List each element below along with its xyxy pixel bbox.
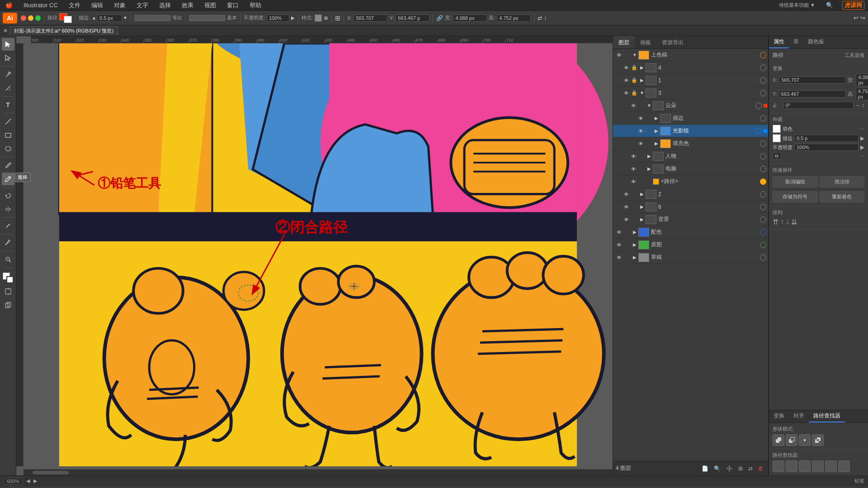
expand-btn[interactable]: ▶ (646, 153, 653, 160)
horizontal-scrollbar[interactable] (24, 469, 613, 475)
search-layers-btn[interactable]: 🔍 (712, 465, 722, 473)
print-tiling-tool[interactable] (2, 299, 14, 311)
document-tab[interactable]: 封面-演示源文件2.ai* 600% (RGB/GPU 预览) (9, 26, 118, 35)
layer-row[interactable]: 👁 <路径> (613, 175, 768, 188)
x-input[interactable] (354, 14, 387, 22)
visibility-toggle[interactable]: 👁 (637, 127, 645, 135)
search-icon[interactable]: 🔍 (824, 2, 835, 9)
expand-btn[interactable]: ▶ (638, 77, 646, 84)
expand-btn[interactable]: ▼ (631, 52, 638, 59)
redo-btn[interactable]: ↪ (860, 14, 865, 21)
style-swatch[interactable] (315, 14, 322, 22)
opacity-input[interactable] (267, 14, 289, 22)
arrange-btn[interactable]: 简洁排 (820, 176, 865, 188)
expand-btn[interactable]: ▶ (631, 241, 638, 249)
zoom-selector[interactable]: 600% (4, 478, 23, 485)
angle-input[interactable] (783, 102, 854, 109)
recolor-btn[interactable]: 重新着色 (820, 191, 865, 202)
lock-toggle[interactable] (645, 140, 653, 148)
stroke-style-selector[interactable] (134, 15, 170, 21)
lock-toggle[interactable] (623, 51, 631, 59)
layer-row[interactable]: 👁 ▶ 配色 (613, 226, 768, 239)
reflect-tool[interactable] (2, 203, 14, 216)
eyedropper-tool[interactable] (2, 236, 14, 249)
grid-icon[interactable]: ⊞ (335, 14, 340, 22)
expand-btn[interactable]: ▶ (638, 203, 646, 211)
more-icon[interactable]: ··· (860, 126, 864, 132)
y-value-input[interactable] (779, 90, 846, 98)
flip-h-btn[interactable]: ↔ (855, 102, 861, 108)
cancel-group-btn[interactable]: 取消编组 (773, 176, 818, 188)
style-icon[interactable]: ⊕ (324, 15, 328, 21)
stroke-swatch-rp[interactable] (773, 134, 781, 142)
pathfinder-tab[interactable]: 路径查找器 (809, 410, 845, 422)
expand-btn[interactable]: ▶ (653, 127, 660, 135)
lock-toggle[interactable] (623, 241, 631, 249)
visibility-toggle[interactable]: 👁 (615, 228, 623, 236)
menu-text[interactable]: 文字 (135, 1, 150, 9)
color-pair[interactable] (59, 13, 72, 23)
lock-toggle[interactable] (630, 203, 638, 211)
send-backward-btn[interactable]: ↓ (786, 218, 789, 226)
lock-toggle[interactable]: 🔒 (630, 64, 638, 72)
crop-btn[interactable] (812, 460, 824, 472)
expand-btn[interactable]: ▶ (653, 140, 660, 147)
visibility-toggle[interactable]: 👁 (629, 152, 637, 160)
artboard-tool[interactable] (2, 285, 14, 298)
layer-row[interactable]: 👁 ▶ 6 (613, 201, 768, 213)
minus-front-btn[interactable] (786, 434, 797, 446)
undo-btn[interactable]: ↩ (854, 14, 859, 21)
move-layer-btn[interactable]: ⇄ (746, 465, 755, 473)
divide-btn[interactable] (773, 460, 784, 472)
maximize-button[interactable] (35, 15, 41, 21)
visibility-toggle[interactable]: 👁 (629, 102, 637, 110)
layer-row[interactable]: 👁 🔒 ▼ 3 (613, 87, 768, 99)
expand-btn[interactable]: ▶ (653, 115, 660, 122)
lock-toggle[interactable] (637, 165, 646, 173)
layer-row[interactable]: 👁 ▶ 草稿 (613, 251, 768, 264)
save-symbol-btn[interactable]: 存储为符号 (773, 191, 818, 202)
bring-front-btn[interactable]: ⇈ (773, 218, 778, 226)
unite-btn[interactable] (773, 434, 784, 446)
pencil-tool[interactable]: 魔棒 (2, 173, 14, 185)
direct-selection-tool[interactable] (2, 52, 14, 64)
rect-tool[interactable] (2, 129, 14, 141)
tab-close-btn[interactable]: ✕ (2, 26, 9, 35)
layer-row[interactable]: 👁 ▼ 上色稿 (613, 49, 768, 61)
transform-tab[interactable]: 变换 (769, 410, 789, 422)
visibility-toggle[interactable]: 👁 (615, 253, 623, 262)
stroke-value-input[interactable] (97, 14, 122, 22)
expand-btn[interactable]: ▼ (646, 102, 653, 109)
expand-btn[interactable]: ▶ (631, 254, 638, 261)
visibility-toggle[interactable]: 👁 (622, 89, 630, 97)
menu-illustrator[interactable]: Illustrator CC (22, 2, 60, 9)
apple-menu[interactable]: 🍎 (4, 2, 14, 9)
align-tab[interactable]: 对齐 (789, 410, 809, 422)
lock-toggle[interactable] (645, 114, 653, 122)
libraries-tab[interactable]: 库 (789, 36, 803, 48)
opacity-more-btn[interactable]: ▶ (860, 144, 864, 150)
lock-toggle[interactable]: 🔒 (630, 76, 638, 84)
expand-btn[interactable]: ▼ (638, 89, 646, 97)
opacity-value-rp[interactable] (794, 144, 859, 151)
expand-btn[interactable]: ▶ (638, 216, 646, 223)
visibility-toggle[interactable]: 👁 (622, 190, 630, 198)
lock-toggle[interactable] (645, 127, 653, 135)
transform-icon1[interactable]: ⇄ (538, 15, 542, 21)
create-sublayer-btn[interactable]: ⊞ (736, 465, 745, 473)
add-anchor-tool[interactable]: + (2, 82, 14, 94)
y-input[interactable] (396, 14, 429, 22)
minus-back-btn[interactable] (838, 460, 850, 472)
paintbrush-tool[interactable] (2, 159, 14, 172)
fill-swatch-rp[interactable] (773, 125, 781, 133)
layer-row[interactable]: 👁 ▶ 背景 (613, 213, 768, 226)
create-layer-btn[interactable]: ➕ (724, 465, 735, 473)
link-icon[interactable]: 🔗 (436, 15, 443, 21)
nav-right-btn[interactable]: ▶ (33, 478, 37, 484)
stroke-up-btn[interactable]: ▲ (92, 15, 96, 20)
visibility-toggle[interactable]: 👁 (622, 64, 630, 72)
lock-toggle[interactable] (637, 152, 646, 160)
exclude-btn[interactable] (812, 434, 824, 446)
outline-btn[interactable] (825, 460, 837, 472)
artboards-tab[interactable]: 画板 (635, 37, 656, 48)
